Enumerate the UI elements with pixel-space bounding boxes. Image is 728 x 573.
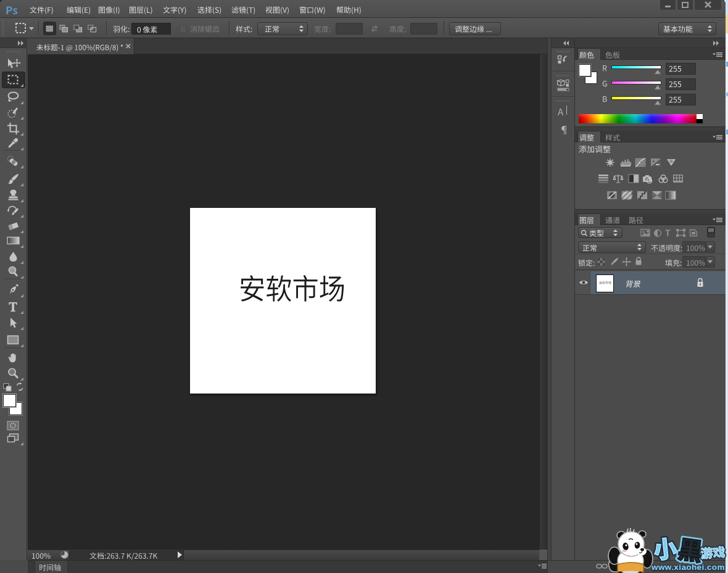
svg-text:+: + xyxy=(652,159,655,164)
